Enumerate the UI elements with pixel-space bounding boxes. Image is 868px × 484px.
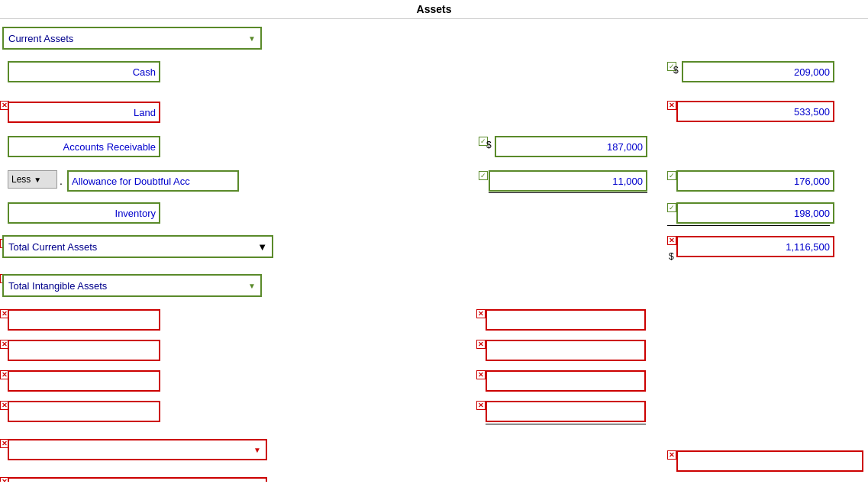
land-value-input[interactable]: 533,500 xyxy=(676,101,834,122)
land-label-value: Land xyxy=(9,107,159,118)
cash-dollar: $ xyxy=(673,65,679,76)
allowance-checkbox[interactable]: ✓ xyxy=(479,171,488,180)
ar-dollar: $ xyxy=(486,140,492,150)
total-arrow: ▼ xyxy=(257,241,267,253)
less-arrow: ▼ xyxy=(34,176,41,184)
total-value: 1,116,500 xyxy=(678,241,833,253)
intangible-row5-label[interactable]: ▼ xyxy=(8,439,267,460)
ar-label-input[interactable]: Accounts Receivable xyxy=(8,136,160,157)
allowance-value: 11,000 xyxy=(490,176,646,187)
cash-label-value: Cash xyxy=(9,66,159,78)
allowance-value-input[interactable]: 11,000 xyxy=(489,170,647,192)
ar-net-value-input[interactable]: 176,000 xyxy=(676,170,834,192)
page-title: Assets xyxy=(417,3,452,15)
intangible-row1-value[interactable] xyxy=(486,309,646,331)
current-assets-label: Current Assets xyxy=(8,33,73,44)
content-area: Current Assets ▼ Cash ✓ $ 209,000 ✕ Land… xyxy=(0,19,868,482)
cash-label-input[interactable]: Cash xyxy=(8,61,160,82)
current-assets-arrow: ▼ xyxy=(248,34,256,43)
less-label: Less xyxy=(11,174,31,185)
intangible-row4-value[interactable] xyxy=(486,401,646,422)
inventory-label-input[interactable]: Inventory xyxy=(8,202,160,224)
inventory-checkbox[interactable]: ✓ xyxy=(667,203,676,212)
cash-value: 209,000 xyxy=(683,66,833,78)
bottom-total-value[interactable] xyxy=(676,450,863,472)
ar-label-value: Accounts Receivable xyxy=(9,141,159,153)
intangible-row1-label[interactable] xyxy=(8,309,160,331)
land-value-x[interactable]: ✕ xyxy=(667,101,676,110)
ar-value-input[interactable]: 187,000 xyxy=(495,136,647,157)
intangible-row4-value-x[interactable]: ✕ xyxy=(476,401,486,410)
intangible-assets-label: Total Intangible Assets xyxy=(8,280,107,292)
intangible-row1-value-x[interactable]: ✕ xyxy=(476,309,486,318)
inventory-label-value: Inventory xyxy=(9,208,159,219)
intangible-row3-label[interactable] xyxy=(8,370,160,392)
page-container: Assets Current Assets ▼ Cash ✓ $ 209,000… xyxy=(0,0,868,484)
intangible-row2-value[interactable] xyxy=(486,340,646,361)
total-dollar: $ xyxy=(669,251,674,262)
intangible-row4-label[interactable] xyxy=(8,401,160,422)
cash-value-input[interactable]: 209,000 xyxy=(682,61,834,82)
less-dropdown[interactable]: Less ▼ xyxy=(8,170,57,189)
ar-net-checkbox[interactable]: ✓ xyxy=(667,171,676,180)
allowance-underline xyxy=(489,192,647,193)
ar-value: 187,000 xyxy=(496,141,646,153)
total-value-x[interactable]: ✕ xyxy=(667,236,676,245)
ar-net-value: 176,000 xyxy=(678,176,833,187)
intangible-underline xyxy=(486,424,646,424)
less-dot: . xyxy=(60,175,63,187)
allowance-label-value: Allowance for Doubtful Acc xyxy=(69,176,237,187)
intangible-assets-dropdown[interactable]: Total Intangible Assets ▼ xyxy=(2,274,262,297)
intangible-row3-value-x[interactable]: ✕ xyxy=(476,370,486,379)
intangible-arrow: ▼ xyxy=(248,282,256,290)
total-current-assets-label: Total Current Assets xyxy=(8,241,97,253)
total-underline xyxy=(667,225,830,226)
total-value-input[interactable]: 1,116,500 xyxy=(676,236,834,257)
intangible-row3-value[interactable] xyxy=(486,370,646,392)
total-current-assets-dropdown[interactable]: Total Current Assets ▼ xyxy=(2,235,273,258)
intangible-row2-value-x[interactable]: ✕ xyxy=(476,340,486,349)
current-assets-dropdown[interactable]: Current Assets ▼ xyxy=(2,27,262,50)
land-label-input[interactable]: Land xyxy=(8,102,160,123)
page-header: Assets xyxy=(0,0,868,19)
inventory-value-input[interactable]: 198,000 xyxy=(676,202,834,224)
land-value: 533,500 xyxy=(678,106,833,118)
bottom-total-x[interactable]: ✕ xyxy=(667,450,676,460)
allowance-label-input[interactable]: Allowance for Doubtful Acc xyxy=(67,170,239,192)
intangible-row6-label[interactable] xyxy=(8,477,267,482)
inventory-value: 198,000 xyxy=(678,208,833,219)
intangible-row2-label[interactable] xyxy=(8,340,160,361)
intangible-row5-arrow: ▼ xyxy=(253,446,261,454)
